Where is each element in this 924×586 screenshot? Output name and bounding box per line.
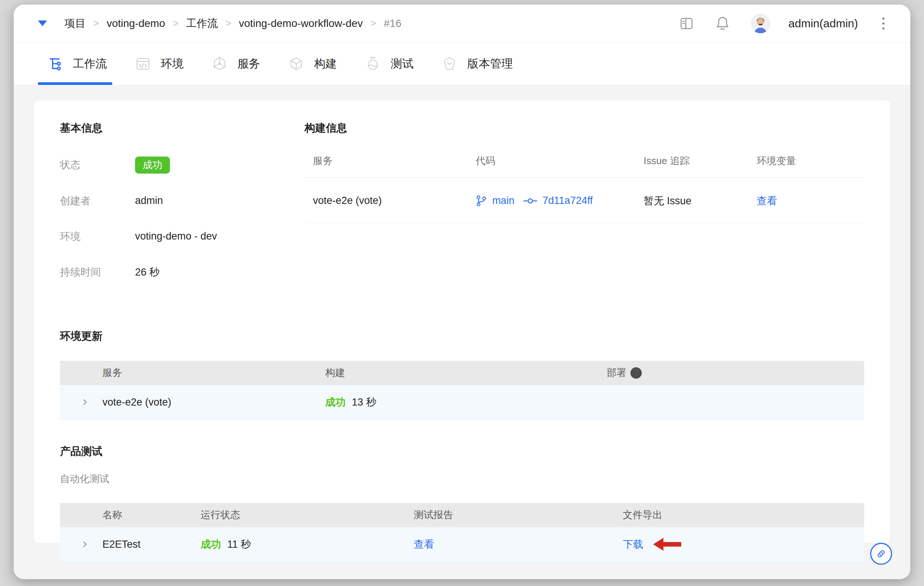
breadcrumb-separator: > <box>370 17 376 29</box>
topbar-actions: admin(admin) <box>678 14 888 33</box>
environment-value: voting-demo - dev <box>135 230 217 242</box>
tab-label: 工作流 <box>73 56 107 72</box>
service-name: vote-e2e (vote) <box>102 397 172 408</box>
breadcrumb: 项目 > voting-demo > 工作流 > voting-demo-wor… <box>64 16 401 31</box>
env-update-section: 环境更新 服务 构建 部署 ? <box>60 329 864 420</box>
content-area: 基本信息 状态 成功 创建者 admin 环境 voting-demo - de <box>14 85 910 579</box>
build-table-header: 服务 代码 Issue 追踪 环境变量 <box>305 154 864 178</box>
git-branch-icon <box>476 195 487 207</box>
top-bar: 项目 > voting-demo > 工作流 > voting-demo-wor… <box>14 5 910 43</box>
creator-value: admin <box>135 195 163 207</box>
breadcrumb-project-name[interactable]: voting-demo <box>107 17 165 30</box>
tab-bar: 工作流 环境 <box>14 43 910 85</box>
docs-icon[interactable] <box>678 16 695 31</box>
more-menu-icon[interactable] <box>878 15 888 32</box>
environment-row: 环境 voting-demo - dev <box>60 228 305 245</box>
col-service: 服务 <box>60 366 325 379</box>
username-label[interactable]: admin(admin) <box>789 17 858 30</box>
run-detail-card: 基本信息 状态 成功 创建者 admin 环境 voting-demo - de <box>34 100 890 543</box>
basic-info-title: 基本信息 <box>60 121 305 135</box>
creator-label: 创建者 <box>60 194 135 208</box>
col-issue-tracking: Issue 追踪 <box>644 154 757 168</box>
col-run-status: 运行状态 <box>201 508 414 522</box>
commit-hash-link[interactable]: 7d11a724ff <box>543 195 593 207</box>
breadcrumb-workflows[interactable]: 工作流 <box>186 16 218 31</box>
tab-label: 构建 <box>314 56 337 72</box>
status-label: 状态 <box>60 158 135 172</box>
expand-chevron-icon[interactable] <box>77 540 93 548</box>
env-vars-view-link[interactable]: 查看 <box>757 194 864 208</box>
col-build: 构建 <box>325 366 607 379</box>
build-info-title: 构建信息 <box>305 121 864 135</box>
breadcrumb-separator: > <box>173 17 178 29</box>
run-status: 成功 <box>201 537 221 551</box>
code-cell: main 7d11a724ff <box>476 195 644 207</box>
col-test-report: 测试报告 <box>414 508 623 522</box>
build-duration: 13 秒 <box>352 395 377 409</box>
tab-services[interactable]: 服务 <box>212 43 260 85</box>
notifications-bell-icon[interactable] <box>715 16 730 31</box>
tab-version-control[interactable]: 版本管理 <box>442 43 513 85</box>
breadcrumb-workflow-name[interactable]: voting-demo-workflow-dev <box>239 17 363 30</box>
tab-workflow[interactable]: 工作流 <box>47 43 107 85</box>
status-row: 状态 成功 <box>60 156 305 174</box>
branch-name-link[interactable]: main <box>492 195 515 207</box>
tab-environment[interactable]: 环境 <box>135 43 183 85</box>
build-info-section: 构建信息 服务 代码 Issue 追踪 环境变量 vote-e2e (vote) <box>305 121 864 300</box>
user-avatar[interactable] <box>751 14 771 33</box>
status-badge: 成功 <box>135 156 170 174</box>
share-link-button[interactable] <box>870 543 892 565</box>
annotation-arrow-icon <box>653 538 681 551</box>
environment-browser-icon <box>135 56 151 72</box>
automated-test-subtitle: 自动化测试 <box>60 472 864 486</box>
workflow-pipeline-icon <box>47 56 63 72</box>
deploy-help-icon[interactable]: ? <box>630 367 642 379</box>
report-view-link[interactable]: 查看 <box>414 538 434 550</box>
breadcrumb-projects[interactable]: 项目 <box>64 16 86 31</box>
test-name: E2ETest <box>102 538 141 550</box>
build-cube-icon <box>288 56 304 72</box>
product-test-table: 名称 运行状态 测试报告 文件导出 E2ETest 成功 <box>60 503 864 562</box>
duration-label: 持续时间 <box>60 265 135 279</box>
app-window: 项目 > voting-demo > 工作流 > voting-demo-wor… <box>14 5 910 579</box>
col-deploy: 部署 ? <box>607 366 864 379</box>
build-status: 成功 <box>325 395 346 409</box>
build-table-row: vote-e2e (vote) main <box>305 178 864 224</box>
test-table-header: 名称 运行状态 测试报告 文件导出 <box>60 503 864 527</box>
issue-status: 暂无 Issue <box>644 194 757 208</box>
col-file-export: 文件导出 <box>623 508 864 522</box>
tab-label: 环境 <box>161 56 183 72</box>
expand-chevron-icon[interactable] <box>77 398 93 406</box>
environment-label: 环境 <box>60 230 135 244</box>
duration-value: 26 秒 <box>135 265 160 279</box>
services-mesh-icon <box>212 56 228 72</box>
env-table-row: vote-e2e (vote) 成功 13 秒 <box>60 385 864 420</box>
tab-label: 测试 <box>391 56 413 72</box>
col-code: 代码 <box>476 154 644 168</box>
breadcrumb-run-number: #16 <box>384 17 402 30</box>
test-table-row: E2ETest 成功 11 秒 查看 下载 <box>60 527 864 562</box>
tab-label: 服务 <box>238 56 260 72</box>
tab-build[interactable]: 构建 <box>288 43 337 85</box>
creator-row: 创建者 admin <box>60 193 305 209</box>
build-status-cell: 成功 13 秒 <box>325 395 607 409</box>
run-duration: 11 秒 <box>227 537 251 551</box>
version-shield-icon <box>442 56 457 72</box>
duration-row: 持续时间 26 秒 <box>60 264 305 280</box>
env-table-header: 服务 构建 部署 ? <box>60 361 864 385</box>
test-flask-icon <box>365 56 381 72</box>
env-update-table: 服务 构建 部署 ? vote-e2e (vote) <box>60 361 864 420</box>
product-test-section: 产品测试 自动化测试 名称 运行状态 测试报告 文件导出 <box>60 444 864 562</box>
col-service: 服务 <box>313 154 476 168</box>
col-name: 名称 <box>60 508 201 522</box>
col-env-vars: 环境变量 <box>757 154 864 168</box>
breadcrumb-separator: > <box>225 17 231 29</box>
basic-info-section: 基本信息 状态 成功 创建者 admin 环境 voting-demo - de <box>60 121 305 300</box>
run-status-cell: 成功 11 秒 <box>201 537 414 551</box>
export-download-link[interactable]: 下载 <box>623 537 644 551</box>
project-dropdown-icon[interactable] <box>38 20 47 26</box>
tab-label: 版本管理 <box>467 56 513 72</box>
deploy-label: 部署 <box>607 366 627 379</box>
tab-test[interactable]: 测试 <box>365 43 413 85</box>
git-commit-icon <box>523 198 537 204</box>
